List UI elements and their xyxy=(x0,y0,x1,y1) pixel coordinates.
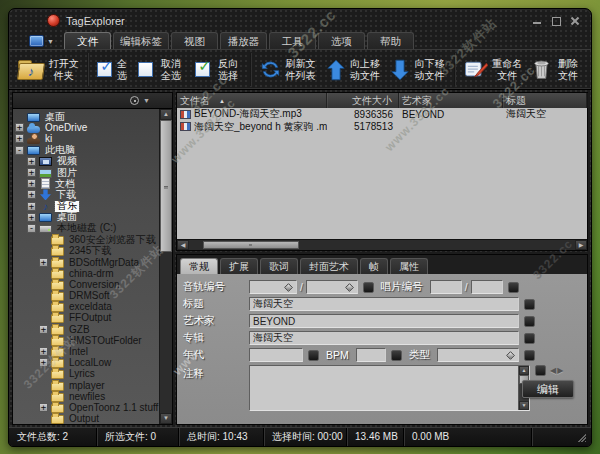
tree-item[interactable]: +OneDrive xyxy=(13,122,159,133)
expand-icon[interactable]: + xyxy=(39,403,48,412)
artist-options-button[interactable] xyxy=(524,316,535,327)
expand-icon[interactable]: + xyxy=(27,157,36,166)
expand-icon[interactable]: + xyxy=(39,325,48,334)
scroll-up-icon[interactable]: ▲ xyxy=(160,109,172,120)
comment-options-button[interactable] xyxy=(535,365,546,376)
collapse-icon[interactable]: - xyxy=(15,146,24,155)
dropdown-diamond-icon[interactable] xyxy=(345,283,354,292)
tree-item[interactable]: Lyrics xyxy=(13,368,159,379)
resize-grip[interactable] xyxy=(577,433,586,442)
rename-file-button[interactable]: 重命名文件 xyxy=(459,56,528,83)
tree-item[interactable]: +ki xyxy=(13,133,159,144)
scrollbar-track[interactable] xyxy=(160,120,172,413)
tree-item[interactable]: -此电脑 xyxy=(13,145,159,156)
tab-文件[interactable]: 文件 xyxy=(64,32,111,49)
tree-item[interactable]: +BDSoftMgrData xyxy=(13,256,159,267)
scroll-down-icon[interactable]: ▼ xyxy=(160,413,172,424)
title-options-button[interactable] xyxy=(524,299,535,310)
collapse-icon[interactable]: - xyxy=(27,224,36,233)
scroll-right-icon[interactable]: ▶ xyxy=(575,240,587,250)
scrollbar-track[interactable] xyxy=(189,240,575,250)
file-list-horizontal-scrollbar[interactable]: ◀ ▶ xyxy=(177,239,587,250)
close-button[interactable] xyxy=(567,15,583,27)
scrollbar-thumb[interactable] xyxy=(203,241,299,249)
tab-工具[interactable]: 工具 xyxy=(269,32,316,49)
minimize-button[interactable] xyxy=(529,15,545,27)
expand-icon[interactable]: + xyxy=(15,123,24,132)
tab-选项[interactable]: 选项 xyxy=(318,32,365,49)
move-file-down-button[interactable]: 向下移动文件 xyxy=(386,56,451,83)
deselect-all-button[interactable]: 取消全选 xyxy=(133,56,190,83)
tree-item[interactable]: -本地磁盘 (C:) xyxy=(13,223,159,234)
tree-item[interactable]: china-drm xyxy=(13,268,159,279)
tag-tab-帧[interactable]: 帧 xyxy=(360,258,388,274)
track-total-combo[interactable] xyxy=(306,280,358,294)
prev-icon[interactable]: ◀ xyxy=(550,365,556,376)
tab-视图[interactable]: 视图 xyxy=(171,32,218,49)
disc-options-button[interactable] xyxy=(508,282,519,293)
tree-item[interactable]: DRMSoft xyxy=(13,290,159,301)
dropdown-diamond-icon[interactable] xyxy=(284,283,293,292)
tag-tab-常规[interactable]: 常规 xyxy=(180,258,218,274)
expand-icon[interactable]: + xyxy=(15,134,24,143)
tree-item[interactable]: +视频 xyxy=(13,156,159,167)
refresh-file-list-button[interactable]: 刷新文件列表 xyxy=(255,56,322,83)
tree-item[interactable]: +LocalLow xyxy=(13,357,159,368)
tab-帮助[interactable]: 帮助 xyxy=(367,32,414,49)
invert-selection-button[interactable]: ✓反向选择 xyxy=(190,56,247,83)
disc-number-input[interactable] xyxy=(430,280,462,294)
tree-item[interactable]: mplayer xyxy=(13,380,159,391)
column-header-3[interactable]: 艺术家 xyxy=(399,93,503,108)
tree-item[interactable]: +文档 xyxy=(13,178,159,189)
track-number-input[interactable] xyxy=(253,282,283,293)
edit-button[interactable]: 编辑 xyxy=(522,380,574,398)
tree-item[interactable]: FFOutput xyxy=(13,312,159,323)
bpm-options-button[interactable] xyxy=(391,350,402,361)
bpm-input[interactable] xyxy=(356,348,386,362)
tree-item[interactable]: 桌面 xyxy=(13,111,159,122)
tree-item[interactable]: exceldata xyxy=(13,301,159,312)
tree-item[interactable]: +♪音乐 xyxy=(13,201,159,212)
tab-编辑标签[interactable]: 编辑标签 xyxy=(113,32,169,49)
expand-icon[interactable]: + xyxy=(39,347,48,356)
column-header-2[interactable]: 文件大小 xyxy=(327,93,399,108)
track-number-combo[interactable] xyxy=(249,280,297,294)
column-header-1[interactable]: 文件名▲ xyxy=(177,93,327,108)
artist-input[interactable] xyxy=(249,314,519,328)
tree-item[interactable]: +OpenToonz 1.1 stuff xyxy=(13,402,159,413)
expand-icon[interactable]: + xyxy=(39,258,48,267)
expand-icon[interactable]: + xyxy=(27,213,36,222)
genre-options-button[interactable] xyxy=(524,350,535,361)
quick-access-menu-button[interactable]: ▼ xyxy=(29,35,54,47)
comment-input[interactable]: ▲ ▼ xyxy=(249,365,530,411)
expand-icon[interactable]: + xyxy=(27,179,36,188)
expand-icon[interactable]: + xyxy=(39,358,48,367)
expand-icon[interactable]: + xyxy=(27,202,36,211)
tree-item[interactable]: +桌面 xyxy=(13,212,159,223)
expand-icon[interactable]: + xyxy=(27,168,36,177)
scroll-left-icon[interactable]: ◀ xyxy=(177,240,189,250)
tab-播放器[interactable]: 播放器 xyxy=(220,32,267,49)
column-header-4[interactable]: 标题 xyxy=(503,93,587,108)
open-folder-button[interactable]: ♪打开文件夹 xyxy=(13,56,84,83)
tree-item[interactable]: newfiles xyxy=(13,391,159,402)
scrollbar-thumb[interactable] xyxy=(160,120,172,252)
disc-total-input[interactable] xyxy=(471,280,503,294)
track-options-button[interactable] xyxy=(363,282,374,293)
tree-panel-header[interactable]: ▼ xyxy=(13,93,172,109)
year-options-button[interactable] xyxy=(308,350,319,361)
delete-file-button[interactable]: 删除文件 xyxy=(528,56,587,83)
file-row[interactable]: 海阔天空_beyond h 黄家驹 .mp35178513 xyxy=(177,121,587,134)
genre-input[interactable] xyxy=(441,350,505,361)
genre-combo[interactable] xyxy=(437,348,519,362)
tree-item[interactable]: 360安全浏览器下载 xyxy=(13,234,159,245)
title-bar[interactable]: TagExplorer xyxy=(9,9,591,32)
album-input[interactable] xyxy=(249,331,519,345)
tag-tab-歌词[interactable]: 歌词 xyxy=(260,258,298,274)
tree-item[interactable]: +Intel xyxy=(13,346,159,357)
tree-item[interactable]: Output xyxy=(13,413,159,424)
select-all-button[interactable]: ✓全选 xyxy=(92,56,133,83)
tag-tab-扩展[interactable]: 扩展 xyxy=(220,258,258,274)
tree-item[interactable]: +图片 xyxy=(13,167,159,178)
tree-scrollbar[interactable]: ▲ ▼ xyxy=(159,109,172,424)
